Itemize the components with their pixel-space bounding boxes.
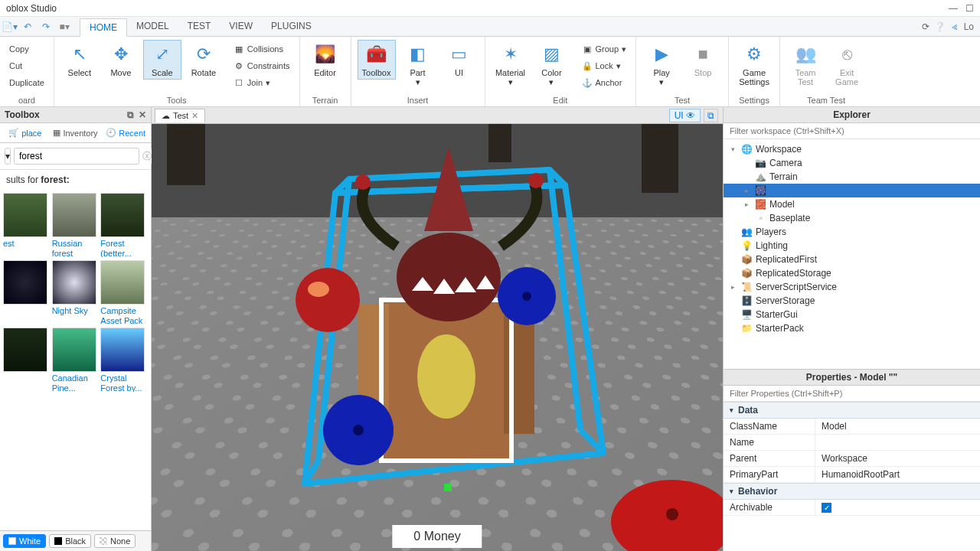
prop-value[interactable]: Workspace <box>815 451 980 466</box>
tree-row[interactable]: 🖥️StarterGui <box>724 308 980 321</box>
tree-row[interactable]: ▸🧱Model <box>724 197 980 211</box>
tree-expander[interactable]: ▸ <box>742 201 751 208</box>
select-button[interactable]: ↖Select <box>60 40 99 80</box>
close-tab-icon[interactable]: ✕ <box>191 111 198 121</box>
help-icon[interactable]: ❔ <box>934 21 946 32</box>
prop-row[interactable]: ClassNameModel <box>724 419 980 435</box>
game-settings-button[interactable]: ⚙Game Settings <box>735 40 773 89</box>
properties-filter-input[interactable] <box>724 386 980 402</box>
tree-row[interactable]: ▾🌐Workspace <box>724 142 980 156</box>
background-footer: White Black None <box>0 530 151 551</box>
checkbox-checked-icon[interactable]: ✓ <box>822 503 831 513</box>
login-label[interactable]: Lo <box>964 21 974 32</box>
tree-row[interactable]: 👥Players <box>724 225 980 239</box>
tree-row[interactable]: ⛰️Terrain <box>724 170 980 184</box>
file-menu-icon[interactable]: 📄▾ <box>1 18 18 35</box>
team-test-button[interactable]: 👥Team Test <box>786 40 825 89</box>
prop-row[interactable]: Name <box>724 435 980 451</box>
tab-plugins[interactable]: PLUGINS <box>262 18 321 36</box>
asset-item[interactable]: Crystal Forest by... <box>100 328 146 392</box>
asset-item[interactable]: Campsite Asset Pack <box>100 260 146 324</box>
bg-black-button[interactable]: Black <box>49 534 91 548</box>
undo-icon[interactable]: ↶ <box>19 18 36 35</box>
close-icon[interactable]: ✕ <box>139 109 146 120</box>
toolbox-icon: 🧰 <box>364 42 389 67</box>
scale-button[interactable]: ⤢Scale <box>143 40 181 80</box>
collisions-toggle[interactable]: ▦Collisions <box>230 41 293 57</box>
prop-value[interactable]: ✓ <box>815 500 980 515</box>
toolbox-tab-inventory[interactable]: ▦Inventory <box>51 123 101 142</box>
tree-row[interactable]: 💡Lighting <box>724 239 980 253</box>
tree-row[interactable]: 🗄️ServerStorage <box>724 294 980 308</box>
redo-icon[interactable]: ↷ <box>38 18 54 35</box>
tab-home[interactable]: HOME <box>80 18 127 37</box>
tree-expander[interactable]: ▾ <box>728 145 737 153</box>
join-toggle[interactable]: ☐Join ▾ <box>230 75 293 90</box>
stop-button[interactable]: ■Stop <box>684 40 722 80</box>
ui-button[interactable]: ▭UI <box>440 40 479 80</box>
undock-icon[interactable]: ⧉ <box>127 109 134 120</box>
prop-row[interactable]: PrimaryPartHumanoidRootPart <box>724 467 980 483</box>
tree-row[interactable]: ▸📜ServerScriptService <box>724 280 980 294</box>
prop-value[interactable]: Model <box>815 419 980 434</box>
viewport[interactable]: ☁Test✕ UI 👁 ⧉ <box>152 107 723 551</box>
viewport-tab-test[interactable]: ☁Test✕ <box>155 109 205 122</box>
asset-item[interactable]: Night Sky <box>52 260 98 324</box>
asset-item[interactable] <box>3 260 49 324</box>
duplicate-button[interactable]: Duplicate <box>6 75 47 90</box>
tree-row[interactable]: 📷Camera <box>724 156 980 170</box>
tab-model[interactable]: MODEL <box>127 18 178 36</box>
tree-expander[interactable]: ▸ <box>728 283 737 291</box>
part-button[interactable]: ◧Part▾ <box>399 40 437 89</box>
color-button[interactable]: ▨Color▾ <box>533 40 571 89</box>
copy-button[interactable]: Copy <box>6 41 47 57</box>
cut-button[interactable]: Cut <box>6 58 47 73</box>
prop-value[interactable] <box>815 435 980 450</box>
tree-icon: ▫️ <box>754 212 766 224</box>
tab-test[interactable]: TEST <box>178 18 220 36</box>
lock-button[interactable]: 🔒Lock ▾ <box>579 58 630 73</box>
save-icon[interactable]: ■▾ <box>56 18 73 35</box>
tree-row[interactable]: ▸🎆 <box>724 184 980 197</box>
anchor-button[interactable]: ⚓Anchor <box>579 75 630 90</box>
tree-row[interactable]: 📦ReplicatedFirst <box>724 253 980 266</box>
toolbox-tab-recent[interactable]: 🕘Recent <box>100 123 151 142</box>
tree-expander[interactable]: ▸ <box>742 187 751 194</box>
upgrade-icon[interactable]: ⟳ <box>922 21 929 32</box>
move-button[interactable]: ✥Move <box>102 40 140 80</box>
prop-section-header[interactable]: ▾Behavior <box>724 483 980 500</box>
group-button[interactable]: ▣Group ▾ <box>579 41 630 57</box>
terrain-editor-button[interactable]: 🌄Editor <box>306 40 345 80</box>
prop-value[interactable]: HumanoidRootPart <box>815 467 980 482</box>
toolbox-button[interactable]: 🧰Toolbox <box>358 40 396 80</box>
ui-visibility-icon[interactable]: UI 👁 <box>669 109 701 122</box>
tab-view[interactable]: VIEW <box>220 18 262 36</box>
prop-row[interactable]: Archivable✓ <box>724 500 980 516</box>
exit-game-button[interactable]: ⎋Exit Game <box>828 40 866 89</box>
viewport-settings-icon[interactable]: ⧉ <box>704 109 718 122</box>
baseplate-surface <box>152 217 723 551</box>
play-button[interactable]: ▶Play▾ <box>642 40 681 89</box>
tree-row[interactable]: 📁StarterPack <box>724 321 980 335</box>
asset-item[interactable]: Forest (better... <box>100 193 146 257</box>
toolbox-tab-marketplace[interactable]: 🛒place <box>0 123 51 142</box>
clear-search-icon[interactable]: ⓧ <box>142 148 152 165</box>
search-input[interactable] <box>14 148 139 165</box>
asset-item[interactable] <box>3 328 49 392</box>
material-button[interactable]: ✶Material▾ <box>492 40 530 89</box>
prop-row[interactable]: ParentWorkspace <box>724 451 980 467</box>
constraints-toggle[interactable]: ⚙Constraints <box>230 58 293 73</box>
bg-none-button[interactable]: None <box>94 534 136 548</box>
asset-item[interactable]: est <box>3 193 49 257</box>
explorer-filter-input[interactable] <box>724 123 980 139</box>
asset-item[interactable]: Canadian Pine... <box>52 328 98 392</box>
ribbon-group-insert: 🧰Toolbox ◧Part▾ ▭UI Insert <box>351 37 485 106</box>
bg-white-button[interactable]: White <box>3 534 46 548</box>
tree-row[interactable]: 📦ReplicatedStorage <box>724 266 980 280</box>
tree-row[interactable]: ▫️Baseplate <box>724 211 980 225</box>
rotate-button[interactable]: ⟳Rotate <box>185 40 223 80</box>
prop-section-header[interactable]: ▾Data <box>724 402 980 419</box>
asset-item[interactable]: Russian forest <box>52 193 98 257</box>
share-icon[interactable]: ⪡ <box>950 21 959 32</box>
category-dropdown[interactable]: ▾ <box>5 148 11 165</box>
